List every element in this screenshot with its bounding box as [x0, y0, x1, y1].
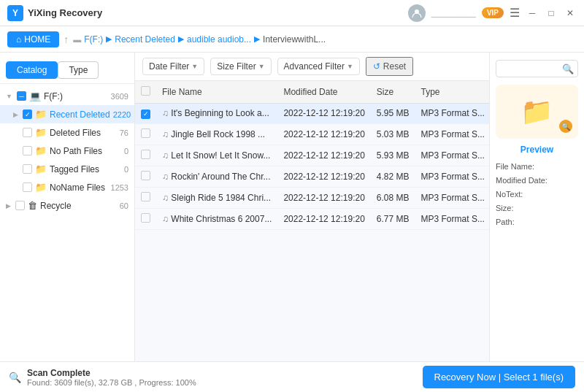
row-checkbox[interactable]	[141, 171, 150, 180]
preview-search-icon[interactable]: 🔍	[562, 64, 574, 74]
drive-icon: 💻	[29, 91, 41, 101]
catalog-tab[interactable]: Catalog	[6, 61, 58, 79]
sidebar-item-recycle[interactable]: ▶ 🗑 Recycle 60	[0, 196, 134, 215]
app-name: YiXing Recovery	[28, 7, 102, 18]
table-row[interactable]: ♫ Let It Snow! Let It Snow...2022-12-12 …	[135, 145, 489, 166]
close-button[interactable]: ✕	[564, 7, 577, 20]
cell-date: 2022-12-12 12:19:20	[277, 166, 370, 187]
row-checkbox[interactable]	[141, 150, 150, 159]
cell-size: 5.93 MB	[371, 145, 415, 166]
file-icon: ♫	[162, 108, 169, 118]
advanced-filter-arrow-icon: ▼	[347, 63, 353, 70]
recent-deleted-folder-icon: 📁	[35, 109, 47, 120]
preview-filename-label: File Name:	[496, 162, 578, 171]
date-filter-button[interactable]: Date Filter ▼	[142, 58, 204, 75]
recycle-icon: 🗑	[28, 200, 37, 211]
preview-folder-area: 📁 🔍	[496, 85, 578, 139]
back-arrow[interactable]: ↑	[64, 34, 69, 45]
sidebar-recent-deleted-count: 2220	[113, 110, 131, 119]
advanced-filter-button[interactable]: Advanced Filter ▼	[277, 58, 360, 75]
bottom-bar: 🔍 Scan Complete Found: 3609 file(s), 32.…	[0, 361, 584, 392]
advanced-filter-label: Advanced Filter	[284, 61, 345, 72]
preview-search-overlay-icon: 🔍	[561, 123, 570, 131]
th-date: Modified Date	[277, 81, 370, 104]
breadcrumb-icon: ▬	[73, 35, 81, 44]
preview-title: Preview	[496, 145, 578, 155]
row-checkbox[interactable]: ✓	[141, 109, 150, 119]
header-checkbox[interactable]	[141, 86, 150, 96]
recovery-button[interactable]: Recovery Now | Select 1 file(s)	[423, 366, 576, 388]
checkbox-recycle[interactable]	[15, 201, 25, 210]
sidebar-noname-files-count: 1253	[111, 183, 128, 192]
sidebar-item-recent-deleted[interactable]: ▶ ✓ 📁 Recent Deleted 2220	[0, 105, 134, 123]
size-filter-label: Size Filter	[217, 61, 256, 72]
cell-size: 4.82 MB	[371, 166, 415, 187]
size-filter-button[interactable]: Size Filter ▼	[210, 58, 271, 75]
user-avatar[interactable]	[408, 4, 426, 22]
sidebar-item-tagged-files[interactable]: ▶ 📁 Tagged Files 0	[0, 160, 134, 178]
chevron-right-icon: ▶	[13, 111, 18, 118]
sidebar-item-deleted-files[interactable]: ▶ 📁 Deleted Files 76	[0, 123, 134, 142]
th-filename: File Name	[156, 81, 277, 104]
row-checkbox[interactable]	[141, 192, 150, 201]
date-filter-arrow-icon: ▼	[191, 63, 198, 70]
sidebar-item-drive[interactable]: ▼ ─ 💻 F(F:) 3609	[0, 87, 134, 105]
cell-size: 5.03 MB	[371, 123, 415, 145]
table-row[interactable]: ♫ Jingle Bell Rock 1998 ...2022-12-12 12…	[135, 123, 489, 145]
vip-badge: VIP	[482, 7, 504, 18]
row-checkbox[interactable]	[141, 213, 150, 223]
breadcrumb-drive[interactable]: F(F:)	[84, 34, 103, 45]
home-button[interactable]: ⌂ HOME	[7, 31, 59, 47]
cell-size: 5.95 MB	[371, 104, 415, 124]
cell-filename: ♫ Sleigh Ride 5 1984 Chri...	[156, 187, 277, 208]
home-icon: ⌂	[16, 34, 21, 45]
checkbox-no-path-files[interactable]	[23, 146, 32, 155]
type-tab[interactable]: Type	[58, 61, 99, 79]
table-row[interactable]: ♫ Sleigh Ride 5 1984 Chri...2022-12-12 1…	[135, 187, 489, 208]
preview-path-field: Path:	[496, 218, 578, 227]
file-icon: ♫	[162, 193, 169, 203]
sidebar-item-no-path-files[interactable]: ▶ 📁 No Path Files 0	[0, 142, 134, 160]
table-row[interactable]: ✓♫ It's Beginning to Look a...2022-12-12…	[135, 104, 489, 124]
sidebar-recycle-label: Recycle	[40, 201, 72, 211]
sidebar-noname-files-label: NoName Files	[50, 182, 105, 193]
row-checkbox[interactable]	[141, 128, 150, 138]
file-icon: ♫	[162, 129, 169, 139]
cell-type: MP3 Format S...	[415, 145, 489, 166]
breadcrumb-folder1[interactable]: Recent Deleted	[115, 34, 175, 45]
size-filter-arrow-icon: ▼	[258, 63, 265, 70]
scan-details: Found: 3609 file(s), 32.78 GB , Progress…	[27, 378, 196, 387]
preview-notext-label: NoText:	[496, 190, 578, 199]
preview-date-label: Modified Date:	[496, 176, 578, 185]
preview-search-wrap: 🔍	[496, 60, 578, 77]
menu-icon[interactable]: ☰	[510, 6, 520, 20]
th-type: Type	[415, 81, 489, 104]
table-row[interactable]: ♫ Rockin' Around The Chr...2022-12-12 12…	[135, 166, 489, 187]
checkbox-noname-files[interactable]	[23, 182, 32, 192]
table-row[interactable]: ♫ White Christmas 6 2007...2022-12-12 12…	[135, 208, 489, 229]
cell-type: MP3 Format S...	[415, 104, 489, 124]
file-icon: ♫	[162, 172, 169, 182]
no-path-folder-icon: 📁	[35, 145, 47, 156]
th-check	[135, 81, 156, 104]
sidebar-tagged-files-count: 0	[124, 165, 128, 174]
cell-filename: ♫ White Christmas 6 2007...	[156, 208, 277, 229]
app-logo: Y YiXing Recovery	[7, 5, 102, 21]
sidebar-recycle-count: 60	[120, 201, 128, 210]
checkbox-recent-deleted[interactable]: ✓	[23, 109, 32, 119]
preview-folder-icon: 📁	[520, 96, 553, 127]
cell-filename: ♫ Rockin' Around The Chr...	[156, 166, 277, 187]
noname-folder-icon: 📁	[35, 182, 47, 193]
maximize-button[interactable]: □	[545, 7, 558, 20]
checkbox-drive[interactable]: ─	[17, 91, 26, 101]
minimize-button[interactable]: ─	[526, 7, 539, 20]
checkbox-tagged-files[interactable]	[23, 164, 32, 174]
cell-date: 2022-12-12 12:19:20	[277, 104, 370, 124]
sidebar-no-path-files-label: No Path Files	[50, 146, 102, 156]
reset-button[interactable]: ↺ Reset	[366, 57, 413, 76]
scan-info: 🔍 Scan Complete Found: 3609 file(s), 32.…	[9, 368, 196, 387]
breadcrumb-folder2[interactable]: audible audiob...	[187, 34, 251, 45]
checkbox-deleted-files[interactable]	[23, 128, 32, 137]
sidebar-item-noname-files[interactable]: ▶ 📁 NoName Files 1253	[0, 178, 134, 196]
toolbar: Date Filter ▼ Size Filter ▼ Advanced Fil…	[135, 53, 489, 81]
